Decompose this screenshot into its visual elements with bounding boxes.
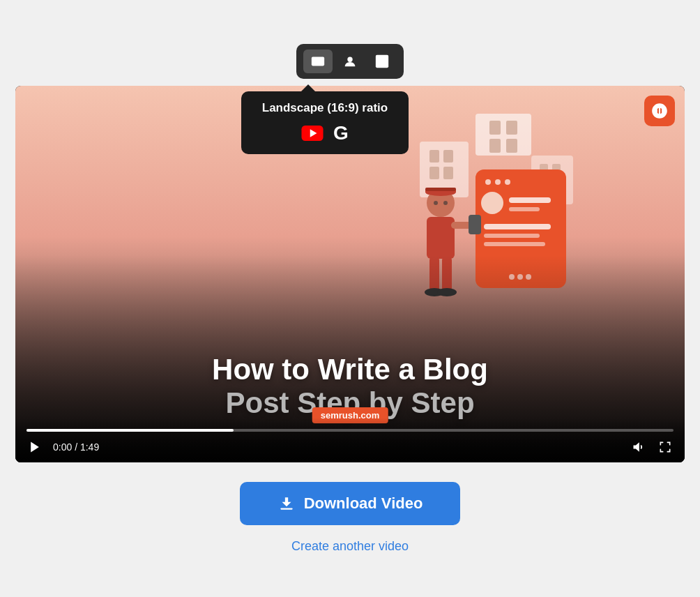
svg-rect-9 — [506, 139, 517, 153]
svg-rect-11 — [429, 150, 439, 163]
controls-left: 0:00 / 1:49 — [26, 439, 99, 455]
svg-point-20 — [495, 179, 501, 185]
controls-right — [630, 439, 674, 455]
svg-rect-13 — [429, 167, 439, 179]
portrait-button[interactable] — [335, 50, 365, 73]
youtube-icon — [301, 126, 324, 141]
svg-rect-47 — [280, 508, 292, 509]
controls-row: 0:00 / 1:49 — [26, 439, 674, 455]
volume-icon — [632, 440, 646, 454]
landscape-button[interactable] — [303, 50, 333, 73]
progress-bar[interactable] — [26, 429, 674, 432]
svg-point-1 — [347, 56, 352, 61]
svg-rect-25 — [484, 224, 551, 229]
svg-rect-27 — [484, 242, 545, 246]
tooltip-title: Landscape (16:9) ratio — [255, 101, 395, 115]
google-icon: G — [333, 122, 349, 144]
portrait-icon — [342, 54, 358, 69]
svg-point-19 — [485, 179, 491, 185]
svg-point-43 — [443, 201, 448, 205]
svg-rect-0 — [312, 56, 324, 66]
svg-rect-34 — [425, 188, 456, 191]
progress-fill — [26, 429, 234, 432]
fullscreen-button[interactable] — [657, 439, 674, 455]
svg-rect-23 — [509, 197, 551, 203]
tooltip-platforms: G — [255, 122, 395, 144]
svg-rect-2 — [376, 54, 388, 67]
download-video-button[interactable]: Download Video — [240, 482, 461, 525]
svg-point-22 — [481, 192, 503, 214]
svg-marker-45 — [31, 441, 39, 452]
svg-rect-26 — [484, 234, 540, 238]
landscape-icon — [310, 54, 326, 69]
svg-rect-35 — [427, 217, 455, 259]
svg-rect-5 — [475, 114, 531, 156]
semrush-logo — [644, 96, 675, 126]
semrush-icon — [650, 102, 669, 120]
svg-rect-24 — [509, 207, 540, 211]
download-button-label: Download Video — [304, 494, 423, 513]
format-toolbar — [296, 44, 404, 79]
svg-rect-7 — [506, 121, 517, 135]
svg-rect-8 — [489, 139, 501, 153]
play-button[interactable] — [26, 439, 43, 455]
svg-marker-46 — [634, 442, 639, 451]
svg-point-42 — [434, 201, 438, 205]
create-another-button[interactable]: Create another video — [291, 539, 409, 554]
download-icon — [277, 494, 296, 513]
square-button[interactable] — [367, 50, 397, 73]
fullscreen-icon — [658, 440, 672, 454]
main-container: Landscape (16:9) ratio G — [15, 44, 685, 554]
svg-rect-12 — [443, 150, 453, 163]
play-icon — [28, 440, 42, 454]
tooltip: Landscape (16:9) ratio G — [241, 91, 409, 154]
time-display: 0:00 / 1:49 — [53, 441, 99, 453]
video-controls: 0:00 / 1:49 — [15, 418, 685, 462]
svg-rect-6 — [489, 121, 501, 135]
svg-rect-14 — [443, 167, 453, 179]
square-icon — [374, 54, 390, 69]
svg-rect-37 — [469, 215, 481, 234]
volume-button[interactable] — [630, 439, 647, 455]
svg-point-21 — [505, 179, 510, 185]
